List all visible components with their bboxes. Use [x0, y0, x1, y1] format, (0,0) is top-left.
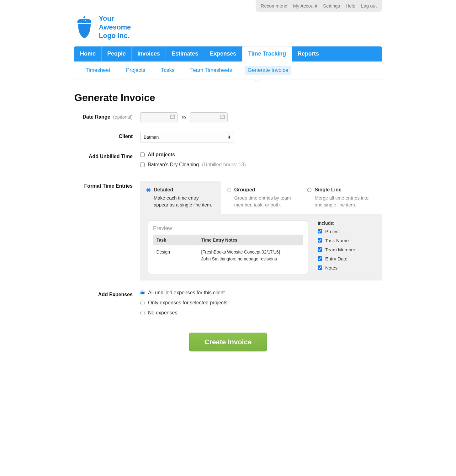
format-desc: Merge all time entries into one single l… — [315, 195, 375, 209]
radio-detailed[interactable] — [146, 188, 151, 192]
sub-tabs: Timesheet Projects Tasks Team Timesheets… — [74, 62, 382, 79]
util-help[interactable]: Help — [346, 3, 355, 8]
include-label: Task Name — [325, 238, 349, 243]
tab-time-tracking[interactable]: Time Tracking — [242, 46, 292, 62]
format-desc: Make each time entry appear as a single … — [154, 195, 215, 209]
page-title: Generate Invoice — [74, 92, 382, 104]
include-notes[interactable] — [318, 265, 322, 270]
tab-expenses[interactable]: Expenses — [204, 46, 242, 62]
client-select[interactable]: Batman ▲▼ — [140, 132, 234, 142]
include-label: Project — [325, 229, 340, 234]
format-desc: Group time entries by team member, task,… — [234, 195, 295, 209]
calendar-icon — [220, 115, 225, 120]
tab-reports[interactable]: Reports — [292, 46, 325, 62]
radio-exp-all[interactable] — [140, 291, 145, 295]
format-opt-detailed[interactable]: Detailed Make each time entry appear as … — [140, 181, 221, 214]
exp-label: No expenses — [148, 310, 177, 316]
subtab-timesheet[interactable]: Timesheet — [82, 66, 114, 75]
label-format-entries: Format Time Entries — [74, 181, 140, 189]
format-title: Grouped — [234, 187, 295, 193]
create-invoice-button[interactable]: Create Invoice — [189, 333, 267, 351]
radio-grouped[interactable] — [227, 188, 231, 192]
subtab-projects[interactable]: Projects — [123, 66, 148, 75]
radio-exp-selected[interactable] — [140, 301, 145, 305]
util-recommend[interactable]: Recommend — [261, 3, 287, 8]
subtab-tasks[interactable]: Tasks — [158, 66, 178, 75]
checkbox-all-projects[interactable] — [140, 152, 145, 157]
label-client: Client — [74, 132, 140, 139]
tab-home[interactable]: Home — [74, 46, 102, 62]
include-project[interactable] — [318, 229, 322, 233]
label-add-unbilled: Add Unbilled Time — [74, 152, 140, 159]
date-separator: to — [182, 115, 186, 120]
format-opt-single-line[interactable]: Single Line Merge all time entries into … — [301, 181, 382, 214]
tab-people[interactable]: People — [102, 46, 132, 62]
svg-rect-4 — [170, 115, 175, 119]
label-add-expenses: Add Expenses — [74, 290, 140, 297]
subtab-generate-invoice[interactable]: Generate Invoice — [245, 66, 291, 75]
preview-th-notes: Time Entry Notes — [198, 235, 303, 245]
include-entry-date[interactable] — [318, 256, 322, 261]
logo: Your Awesome Logo Inc. — [74, 14, 382, 40]
project-hours-label: (Unbilled hours: 13) — [202, 162, 246, 168]
preview-notes-cell: [FreshBooks Website Concept 02/17/16] Jo… — [198, 245, 303, 265]
preview-table: Task Time Entry Notes Design [FreshBooks… — [153, 235, 303, 266]
table-row: Design [FreshBooks Website Concept 02/17… — [153, 245, 303, 265]
radio-exp-none[interactable] — [140, 311, 145, 315]
format-title: Single Line — [315, 187, 375, 193]
date-to-input[interactable] — [190, 112, 228, 122]
preview-title: Preview — [153, 225, 303, 232]
format-box: Detailed Make each time entry appear as … — [140, 181, 382, 281]
include-panel: Include: Project Task Name Team Member E… — [318, 221, 374, 274]
svg-rect-8 — [220, 115, 225, 119]
svg-point-1 — [85, 20, 86, 21]
main-tabs: Home People Invoices Estimates Expenses … — [74, 46, 382, 62]
include-task-name[interactable] — [318, 238, 322, 243]
date-from-input[interactable] — [140, 112, 178, 122]
subtab-team-timesheets[interactable]: Team Timesheets — [187, 66, 235, 75]
select-arrows-icon: ▲▼ — [228, 135, 231, 139]
svg-point-0 — [83, 20, 83, 21]
label-date-range: Date Range (optional) — [74, 112, 140, 120]
include-label: Notes — [325, 265, 337, 270]
include-team-member[interactable] — [318, 247, 322, 252]
format-opt-grouped[interactable]: Grouped Group time entries by team membe… — [221, 181, 301, 214]
exp-label: All unbilled expenses for this client — [148, 290, 225, 296]
tab-estimates[interactable]: Estimates — [166, 46, 204, 62]
logo-text: Your Awesome Logo Inc. — [99, 14, 131, 40]
calendar-icon — [170, 115, 175, 120]
acorn-icon — [74, 14, 94, 40]
preview-panel: Preview Task Time Entry Notes Design [Fr… — [148, 221, 308, 274]
all-projects-label: All projects — [148, 152, 175, 158]
include-title: Include: — [318, 221, 374, 226]
preview-task-cell: Design — [153, 245, 198, 265]
format-title: Detailed — [154, 187, 215, 193]
util-logout[interactable]: Log out — [361, 3, 377, 8]
include-label: Team Member — [325, 247, 355, 252]
project-name-label: Batman's Dry Cleaning — [148, 162, 199, 168]
svg-point-3 — [87, 22, 88, 22]
tab-invoices[interactable]: Invoices — [132, 46, 166, 62]
preview-th-task: Task — [153, 235, 198, 245]
svg-point-2 — [81, 22, 82, 22]
utility-nav: Recommend My Account Settings Help Log o… — [256, 0, 382, 12]
radio-single-line[interactable] — [307, 188, 311, 192]
util-my-account[interactable]: My Account — [293, 3, 317, 8]
checkbox-project[interactable] — [140, 163, 145, 167]
exp-label: Only expenses for selected projects — [148, 300, 227, 306]
util-settings[interactable]: Settings — [323, 3, 340, 8]
client-value: Batman — [144, 135, 159, 140]
include-label: Entry Date — [325, 256, 347, 261]
pointer-icon — [254, 79, 260, 82]
